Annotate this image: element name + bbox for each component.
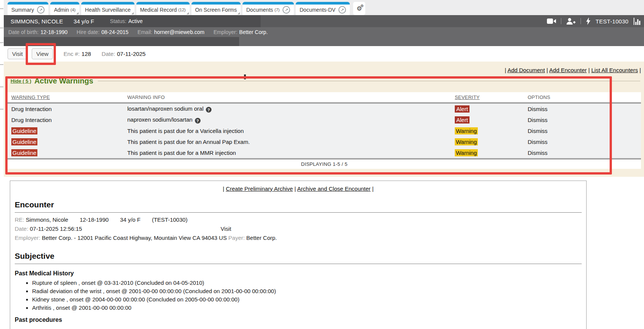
tab-body: Documents(7)↗ <box>242 5 294 15</box>
title-rule <box>98 81 640 81</box>
help-icon[interactable]: ? <box>206 107 212 113</box>
bolt-icon[interactable] <box>586 17 591 25</box>
column-header-options: OPTIONS <box>528 94 641 100</box>
table-row: Drug Interactionlosartan/naproxen sodium… <box>8 103 641 114</box>
external-link-icon[interactable]: ↗ <box>283 6 290 14</box>
table-row: GuidelineThis patient is past due for a … <box>8 147 641 158</box>
enc-number-label: Enc #: <box>63 51 80 57</box>
warning-info-cell: This patient is past due for a Varicella… <box>127 128 455 134</box>
column-header-severity[interactable]: SEVERITY <box>455 94 528 100</box>
options-cell: Dismiss <box>528 128 641 134</box>
active-warnings-panel: | Add Document | Add Encounter | List Al… <box>4 62 644 177</box>
view-button[interactable]: View <box>32 48 53 59</box>
gutter-tick <box>0 109 3 110</box>
link-create-preliminary-archive[interactable]: Create Preliminary Archive <box>226 185 293 192</box>
hide-warnings-link[interactable]: Hide ( 5 ) <box>11 78 31 84</box>
tab-accent-strip <box>136 2 190 5</box>
divider <box>15 212 582 213</box>
tab-body: Documents-DV↗ <box>296 5 350 15</box>
divider <box>561 18 561 24</box>
severity-badge: Warning <box>455 149 478 156</box>
dismiss-link[interactable]: Dismiss <box>528 117 548 123</box>
guideline-badge: Guideline <box>11 138 37 145</box>
tab-admin[interactable]: Admin(4) <box>50 2 79 15</box>
tab-documents-dv[interactable]: Documents-DV↗ <box>296 2 350 15</box>
video-camera-icon[interactable] <box>547 18 556 24</box>
demographic-value: Better Corp. <box>239 29 267 35</box>
warning-info-text: naproxen sodium/losartan <box>127 116 193 123</box>
external-link-icon[interactable]: ↗ <box>338 6 346 14</box>
warning-type-cell: Drug Interaction <box>8 106 127 112</box>
dismiss-link[interactable]: Dismiss <box>528 106 548 112</box>
severity-cell: Alert <box>455 106 528 112</box>
tab-label: Documents-DV <box>300 7 335 13</box>
re-age: 34 y/o F <box>120 216 141 223</box>
tab-documents[interactable]: Documents(7)↗ <box>242 2 294 15</box>
warning-type-cell: Drug Interaction <box>8 117 127 123</box>
link-add-document[interactable]: Add Document <box>507 67 545 73</box>
status-label: Status: <box>110 18 127 24</box>
note-date-label: Date: <box>15 226 28 232</box>
tab-body: Summary↗ <box>8 5 48 15</box>
options-cell: Dismiss <box>528 117 641 123</box>
demographic-value: 12-18-1990 <box>40 29 68 35</box>
bar-chart-icon[interactable] <box>633 18 641 25</box>
warnings-table-header: WARNING TYPEWARNING INFOSEVERITYOPTIONS <box>8 92 641 103</box>
re-name: Simmons, Nicole <box>26 216 68 223</box>
tab-health-surveillance[interactable]: Health Surveillance <box>81 2 134 15</box>
external-link-icon[interactable]: ↗ <box>37 6 45 14</box>
visit-button[interactable]: Visit <box>8 48 27 59</box>
person-add-icon[interactable] <box>566 18 576 25</box>
table-row: GuidelineThis patient is past due for a … <box>8 125 641 136</box>
severity-cell: Warning <box>455 128 528 134</box>
warning-info-cell: naproxen sodium/losartan? <box>127 116 455 124</box>
header-action-icons: TEST-10030 <box>547 15 641 27</box>
gutter-tick <box>0 8 3 9</box>
tab-count: (7) <box>275 8 280 12</box>
demographic-label: Employer: <box>213 29 237 35</box>
table-row: GuidelineThis patient is past due for an… <box>8 136 641 147</box>
warning-type-text: Drug Interaction <box>11 106 52 112</box>
warnings-table-body: Drug Interactionlosartan/naproxen sodium… <box>8 103 641 158</box>
dropdown-corner-icon <box>187 12 189 14</box>
gutter-tick <box>0 28 3 28</box>
tab-on-screen-forms[interactable]: On Screen Forms <box>192 2 241 15</box>
window-edge-gutter <box>0 0 4 329</box>
ehr-page: Summary↗Admin(4)Health SurveillanceMedic… <box>0 0 644 329</box>
tab-medical-record[interactable]: Medical Record(12) <box>136 2 190 15</box>
dismiss-link[interactable]: Dismiss <box>528 150 548 156</box>
encounter-heading: Encounter <box>15 200 582 209</box>
tab-accent-strip <box>242 2 294 5</box>
tab-settings-button[interactable]: ⚙ ⚙ <box>353 2 365 15</box>
dismiss-link[interactable]: Dismiss <box>528 139 548 145</box>
column-header-label[interactable]: WARNING TYPE <box>11 94 50 100</box>
demographic-label: Date of birth: <box>8 29 39 35</box>
tab-count: (4) <box>71 8 76 12</box>
table-row: Drug Interactionnaproxen sodium/losartan… <box>8 114 641 125</box>
column-header-label: WARNING INFO <box>127 94 165 100</box>
tab-summary[interactable]: Summary↗ <box>8 2 48 15</box>
patient-demographics-row: Date of birth:12-18-1990Hire date:08-24-… <box>4 27 644 37</box>
column-header-label[interactable]: SEVERITY <box>455 94 480 100</box>
enc-date-value: 07-11-2025 <box>117 51 146 57</box>
link-add-encounter[interactable]: Add Encounter <box>549 67 587 73</box>
patient-name-row: SIMMONS, NICOLE 34 y/o F Status: Active … <box>4 15 644 27</box>
dismiss-link[interactable]: Dismiss <box>528 128 548 134</box>
help-icon[interactable]: ? <box>195 118 201 124</box>
severity-cell: Warning <box>455 150 528 156</box>
link-list-all-encounters[interactable]: List All Encounters <box>591 67 638 73</box>
chart-tabs: Summary↗Admin(4)Health SurveillanceMedic… <box>8 2 352 15</box>
warning-type-cell: Guideline <box>8 150 127 156</box>
tab-count: (12) <box>178 8 186 12</box>
column-header-warning-type[interactable]: WARNING TYPE <box>8 94 127 100</box>
warning-info-text: This patient is past due for an Annual P… <box>127 139 250 145</box>
displaying-count: DISPLAYING 1-5 / 5 <box>301 161 347 167</box>
employer-label: Employer: <box>15 235 40 241</box>
tab-body: On Screen Forms <box>192 5 241 15</box>
link-archive-and-close-encounter[interactable]: Archive and Close Encounter <box>297 185 371 192</box>
pipe: | <box>223 185 226 192</box>
demographic-label: Hire date: <box>77 29 100 35</box>
warnings-table-footer: DISPLAYING 1-5 / 5 <box>8 158 641 169</box>
chart-tab-bar: Summary↗Admin(4)Health SurveillanceMedic… <box>4 0 644 15</box>
severity-cell: Warning <box>455 139 528 145</box>
